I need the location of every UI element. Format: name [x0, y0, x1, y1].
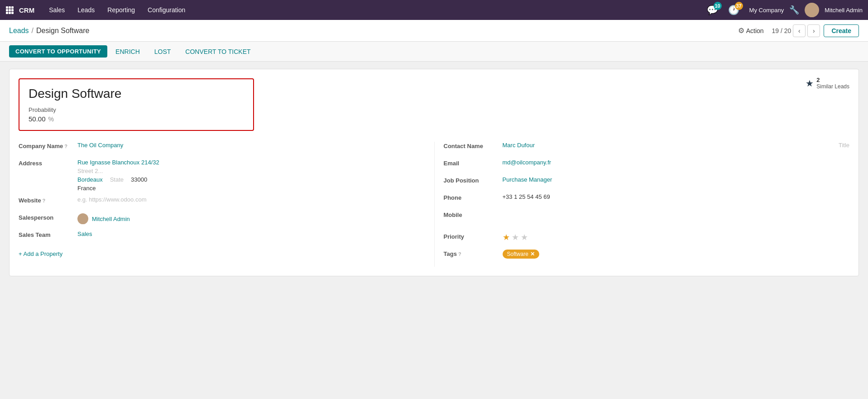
sales-team-row: Sales Team Sales [19, 231, 416, 243]
probability-number[interactable]: 50.00 [29, 115, 46, 123]
subheader-actions: ⚙ Action 19 / 20 ‹ › Create [734, 24, 859, 37]
svg-point-11 [81, 215, 85, 220]
breadcrumb-leads-link[interactable]: Leads [9, 27, 29, 35]
mobile-label: Mobile [444, 211, 503, 218]
priority-row: Priority ★ ★ ★ [444, 232, 850, 245]
nav-configuration[interactable]: Configuration [142, 4, 191, 16]
address-country[interactable]: France [77, 185, 416, 192]
action-bar: CONVERT TO OPPORTUNITY ENRICH LOST CONVE… [0, 42, 868, 62]
wrench-icon[interactable]: 🔧 [789, 5, 799, 15]
priority-stars: ★ ★ ★ [503, 232, 528, 242]
priority-star-1[interactable]: ★ [503, 232, 510, 242]
contact-name-value[interactable]: Marc Dufour [503, 142, 811, 149]
navbar-right: 💬 10 🕐 37 My Company 🔧 Mitchell Admin [707, 3, 863, 17]
salesperson-value: Mitchell Admin [77, 213, 130, 224]
sales-team-label: Sales Team [19, 231, 77, 238]
nav-count: 19 / 20 [772, 27, 791, 34]
job-position-value[interactable]: Purchase Manager [503, 176, 850, 183]
action-button[interactable]: ⚙ Action [734, 24, 768, 37]
address-city-row: Bordeaux State 33000 [77, 176, 416, 183]
website-label: Website ? [19, 196, 77, 204]
prev-button[interactable]: ‹ [793, 24, 806, 37]
company-name-help-icon[interactable]: ? [64, 144, 67, 149]
company-name-row: Company Name ? The Oil Company [19, 142, 416, 154]
address-city[interactable]: Bordeaux [77, 176, 103, 183]
svg-point-12 [79, 220, 87, 224]
svg-rect-5 [11, 9, 14, 11]
svg-rect-8 [11, 12, 14, 14]
convert-to-opportunity-button[interactable]: CONVERT TO OPPORTUNITY [9, 45, 107, 58]
similar-leads[interactable]: ★ 2 Similar Leads [806, 77, 849, 90]
mobile-row: Mobile [444, 211, 850, 223]
nav-reporting[interactable]: Reporting [102, 4, 140, 16]
similar-leads-count: 2 [816, 77, 849, 83]
address-line2[interactable]: Street 2... [77, 168, 416, 174]
breadcrumb-current: Design Software [36, 27, 89, 35]
salesperson-name[interactable]: Mitchell Admin [92, 216, 130, 222]
messages-badge: 10 [714, 2, 722, 10]
messages-button[interactable]: 💬 10 [707, 5, 718, 15]
similar-leads-label: Similar Leads [816, 83, 849, 90]
salesperson-label: Salesperson [19, 213, 77, 221]
tags-help-icon[interactable]: ? [458, 251, 461, 257]
subheader: Leads / Design Software ⚙ Action 19 / 20… [0, 20, 868, 42]
svg-point-9 [808, 5, 815, 12]
address-zip[interactable]: 33000 [131, 176, 147, 183]
title-label: Title [839, 142, 849, 149]
priority-label: Priority [444, 232, 503, 240]
avatar[interactable] [805, 3, 819, 17]
address-row: Address Rue Ignasse Blanchoux 214/32 Str… [19, 159, 416, 192]
action-button-label: Action [746, 27, 764, 34]
address-label: Address [19, 159, 77, 167]
similar-leads-info: 2 Similar Leads [816, 77, 849, 90]
gear-icon: ⚙ [738, 26, 744, 35]
navbar: CRM Sales Leads Reporting Configuration … [0, 0, 868, 20]
main-content: ★ 2 Similar Leads Design Software Probab… [0, 62, 868, 399]
phone-label: Phone [444, 193, 503, 201]
sales-team-value[interactable]: Sales [77, 231, 416, 237]
activities-badge: 37 [735, 2, 743, 10]
website-value[interactable]: e.g. https://www.odoo.com [77, 196, 416, 203]
phone-row: Phone +33 1 25 54 45 69 [444, 193, 850, 206]
create-button[interactable]: Create [824, 24, 859, 37]
company-name-label: Company Name ? [19, 142, 77, 149]
next-button[interactable]: › [807, 24, 820, 37]
enrich-button[interactable]: ENRICH [109, 45, 146, 58]
name-box: Design Software Probability 50.00 % [19, 78, 254, 131]
job-position-row: Job Position Purchase Manager [444, 176, 850, 189]
address-line1[interactable]: Rue Ignasse Blanchoux 214/32 [77, 159, 416, 166]
email-value[interactable]: md@oilcompany.fr [503, 159, 850, 166]
email-label: Email [444, 159, 503, 167]
username[interactable]: Mitchell Admin [825, 7, 863, 14]
nav-leads[interactable]: Leads [72, 4, 100, 16]
lead-name[interactable]: Design Software [29, 87, 244, 101]
svg-rect-4 [9, 9, 11, 11]
email-row: Email md@oilcompany.fr [444, 159, 850, 172]
website-help-icon[interactable]: ? [43, 198, 46, 203]
probability-value: 50.00 % [29, 115, 244, 123]
lost-button[interactable]: LOST [148, 45, 177, 58]
grid-icon[interactable] [5, 6, 14, 14]
nav-sales[interactable]: Sales [43, 4, 70, 16]
company-name[interactable]: My Company [749, 7, 784, 14]
breadcrumb-separator: / [32, 27, 34, 35]
svg-rect-0 [6, 6, 8, 9]
svg-rect-1 [9, 6, 11, 9]
address-state[interactable]: State [110, 176, 124, 183]
add-property-button[interactable]: + Add a Property [19, 250, 416, 257]
svg-point-10 [806, 12, 817, 17]
priority-star-3[interactable]: ★ [521, 232, 528, 242]
probability-unit: % [48, 115, 54, 123]
contact-name-value-group: Marc Dufour Title [503, 142, 850, 149]
svg-rect-2 [11, 6, 14, 9]
convert-to-ticket-button[interactable]: CONVERT TO TICKET [179, 45, 257, 58]
website-row: Website ? e.g. https://www.odoo.com [19, 196, 416, 209]
company-name-value[interactable]: The Oil Company [77, 142, 416, 149]
priority-star-2[interactable]: ★ [512, 232, 519, 242]
app-name[interactable]: CRM [19, 6, 34, 14]
tags-label: Tags ? [444, 250, 503, 257]
tag-software: Software ✕ [503, 250, 539, 259]
phone-value[interactable]: +33 1 25 54 45 69 [503, 193, 850, 200]
tag-remove-button[interactable]: ✕ [530, 251, 535, 257]
activities-button[interactable]: 🕐 37 [728, 5, 739, 15]
